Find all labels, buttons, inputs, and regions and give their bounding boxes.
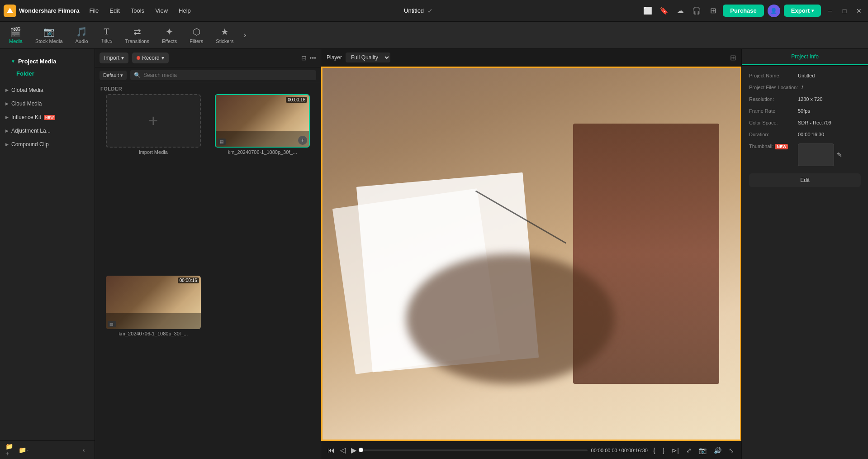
- import-media-item[interactable]: + Import Media: [100, 94, 206, 272]
- section-adjustment-layer[interactable]: ▶ Adjustment La...: [0, 124, 95, 138]
- frame-rate-row: Frame Rate: 50fps: [749, 108, 861, 114]
- tab-filters[interactable]: ⬡ Filters: [184, 24, 209, 47]
- remove-folder-icon[interactable]: 📁-: [18, 445, 29, 455]
- folder-header: FOLDER: [95, 83, 321, 94]
- record-chevron-icon: ▾: [161, 55, 164, 61]
- tab-media[interactable]: 🎬 Media: [4, 24, 28, 47]
- export-button[interactable]: Export ▾: [784, 5, 821, 17]
- player-label: Player: [327, 54, 342, 61]
- grid-icon[interactable]: ⊞: [707, 5, 719, 17]
- play-button[interactable]: ▶: [350, 445, 357, 455]
- duration-label: Duration:: [749, 132, 794, 137]
- maximize-button[interactable]: □: [839, 5, 850, 16]
- media-item-0[interactable]: 00:00:16 ▤ + km_20240706-1_1080p_30f_...: [210, 94, 316, 272]
- arrow-icon: ▶: [5, 129, 9, 133]
- tab-stickers[interactable]: ★ Stickers: [210, 24, 239, 47]
- search-input-wrap[interactable]: 🔍: [130, 70, 316, 80]
- record-label: Record: [142, 55, 160, 61]
- more-tabs-button[interactable]: ›: [241, 28, 249, 43]
- section-cloud-media[interactable]: ▶ Cloud Media: [0, 97, 95, 110]
- project-name-label: Project Name:: [749, 73, 794, 78]
- menu-tools[interactable]: Tools: [126, 5, 149, 16]
- progress-bar[interactable]: [361, 449, 588, 451]
- edit-button[interactable]: Edit: [749, 173, 861, 187]
- record-dot-icon: [137, 56, 140, 60]
- arrow-icon: ▶: [5, 115, 9, 120]
- purchase-button[interactable]: Purchase: [723, 5, 764, 17]
- titles-icon: T: [104, 27, 109, 37]
- tab-effects[interactable]: ✦ Effects: [157, 24, 182, 47]
- section-global-media[interactable]: ▶ Global Media: [0, 83, 95, 97]
- title-area: Untitled ✓: [197, 7, 640, 14]
- quality-select[interactable]: Full Quality Half Quality: [346, 53, 390, 62]
- left-bottom-icons: 📁+ 📁- ‹: [0, 440, 95, 459]
- monitor-icon[interactable]: ⬜: [641, 5, 654, 17]
- thumbnail-row: Thumbnail: NEW ✎: [749, 143, 861, 166]
- filters-icon: ⬡: [193, 26, 200, 37]
- duration-badge-1: 00:00:16: [178, 277, 199, 283]
- more-options-icon[interactable]: •••: [309, 54, 316, 62]
- duration-row: Duration: 00:00:16:30: [749, 132, 861, 137]
- search-input[interactable]: [143, 72, 313, 78]
- step-back-button[interactable]: ⏮: [327, 445, 336, 455]
- tab-audio[interactable]: 🎵 Audio: [70, 24, 94, 47]
- right-panel: Project Info Project Name: Untitled Proj…: [741, 49, 868, 459]
- settings-playback-icon[interactable]: ⤡: [727, 446, 736, 455]
- arrow-icon: ▶: [5, 88, 9, 92]
- duration-value: 00:00:16:30: [798, 132, 861, 137]
- app-logo[interactable]: Wondershare Filmora: [4, 5, 79, 17]
- progress-dot: [359, 448, 363, 452]
- section-compound-clip[interactable]: ▶ Compound Clip: [0, 138, 95, 151]
- avatar[interactable]: 👤: [768, 5, 780, 17]
- media-thumb-1[interactable]: 00:00:16 ▤: [106, 276, 201, 329]
- headphone-icon[interactable]: 🎧: [690, 5, 703, 17]
- media-item-1[interactable]: 00:00:16 ▤ km_20240706-1_1080p_30f_...: [100, 276, 206, 454]
- right-tabs: Project Info: [742, 49, 868, 66]
- arrow-icon: ▶: [5, 142, 9, 147]
- expand-preview-icon[interactable]: ⊞: [730, 53, 736, 62]
- color-space-label: Color Space:: [749, 120, 794, 125]
- app-logo-icon: [4, 5, 16, 17]
- tab-transitions[interactable]: ⇄ Transitions: [120, 24, 155, 47]
- edit-thumbnail-icon[interactable]: ✎: [837, 151, 842, 158]
- import-button[interactable]: Import ▾: [100, 53, 128, 63]
- add-folder-icon[interactable]: 📁+: [5, 445, 16, 455]
- menu-file[interactable]: File: [85, 5, 103, 16]
- insert-icon[interactable]: ⊳|: [670, 446, 681, 455]
- minimize-button[interactable]: ─: [825, 5, 835, 16]
- media-thumb-0[interactable]: 00:00:16 ▤ +: [215, 94, 310, 148]
- bookmark-icon[interactable]: 🔖: [658, 5, 670, 17]
- preview-video: [321, 67, 741, 441]
- tab-stock-media[interactable]: 📷 Stock Media: [30, 24, 68, 47]
- import-thumb[interactable]: +: [106, 94, 201, 148]
- section-influence-kit[interactable]: ▶ Influence Kit NEW: [0, 110, 95, 124]
- snapshot-icon[interactable]: 📷: [697, 446, 708, 455]
- center-panel: Import ▾ Record ▾ ⊟ ••• Default ▾ 🔍: [95, 49, 321, 459]
- tab-project-info[interactable]: Project Info: [742, 49, 868, 65]
- color-space-row: Color Space: SDR - Rec.709: [749, 120, 861, 125]
- mark-in-icon[interactable]: {: [651, 446, 657, 455]
- menu-view[interactable]: View: [151, 5, 172, 16]
- fullscreen-icon[interactable]: ⤢: [684, 446, 693, 455]
- cloud-upload-icon[interactable]: ☁: [674, 5, 687, 17]
- import-media-label: Import Media: [139, 149, 168, 155]
- record-button[interactable]: Record ▾: [132, 53, 169, 63]
- left-panel: ▼ Project Media Folder ▶ Global Media ▶ …: [0, 49, 95, 459]
- menu-help[interactable]: Help: [174, 5, 195, 16]
- default-sort-button[interactable]: Default ▾: [100, 71, 127, 80]
- filter-icon[interactable]: ⊟: [301, 54, 307, 62]
- svg-marker-0: [7, 8, 13, 13]
- project-media-title: Project Media: [18, 58, 57, 65]
- section-project-media[interactable]: ▼ Project Media: [5, 54, 89, 68]
- arrow-icon: ▶: [5, 101, 9, 106]
- transitions-icon: ⇄: [133, 26, 141, 37]
- close-button[interactable]: ✕: [854, 5, 864, 16]
- menu-edit[interactable]: Edit: [105, 5, 124, 16]
- tab-titles[interactable]: T Titles: [95, 24, 118, 46]
- collapse-panel-button[interactable]: ‹: [78, 445, 89, 455]
- preview-controls: ⏮ ◁ ▶ 00:00:00:00 / 00:00:16:30 { } ⊳| ⤢…: [321, 441, 741, 459]
- media-filename-1: km_20240706-1_1080p_30f_...: [119, 331, 188, 336]
- play-back-button[interactable]: ◁: [339, 445, 346, 455]
- volume-icon[interactable]: 🔊: [712, 446, 723, 455]
- mark-out-icon[interactable]: }: [661, 446, 667, 455]
